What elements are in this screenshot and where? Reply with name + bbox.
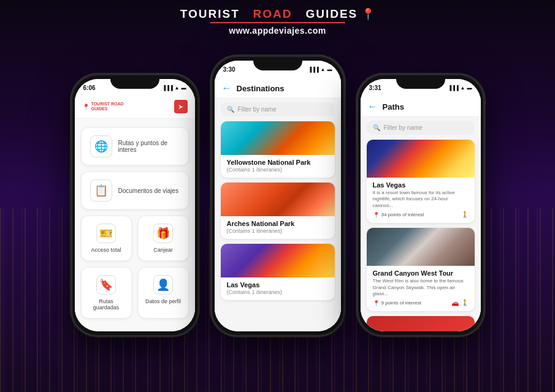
paths-title: Paths <box>383 102 404 111</box>
status-icons-left: ▐▐▐ ▲ ▬ <box>163 85 186 91</box>
status-icons-right: ▐▐▐ ▲ ▬ <box>448 85 472 91</box>
acceso-icon: 🎫 <box>96 224 116 243</box>
logo-pin-icon: 📍 <box>82 104 90 110</box>
dest-img-lasvegas <box>221 244 335 277</box>
dest-card-info-yellowstone: Yellowstone National Park (Contains 1 it… <box>221 155 335 178</box>
home-row-1: 🎫 Acceso total 🎁 Canjear <box>81 216 189 261</box>
path-img-grandcanyon <box>367 228 475 266</box>
signal-icon-r: ▐▐▐ <box>448 85 459 91</box>
menu-item-perfil[interactable]: 👤 Datos de perfil <box>138 267 189 318</box>
dest-sub-yellowstone: (Contains 1 itineraries) <box>227 167 329 173</box>
destinations-list: Yellowstone National Park (Contains 1 it… <box>215 121 341 331</box>
brand-text: TOURIST ROAD GUIDES <box>180 7 358 21</box>
status-icons-center: ▐▐▐ ▲ ▬ <box>308 67 332 72</box>
destinations-header: ← Destinations <box>215 78 341 97</box>
phone-screen-right: 3:31 ▐▐▐ ▲ ▬ ← Paths 🔍 Filter by name <box>361 79 481 331</box>
home-grid: 🌐 Rutas y puntos de interes 📋 Documentos… <box>75 119 195 327</box>
path-card-partial <box>367 316 475 331</box>
path-name-lasvegas: Las Vegas <box>373 181 469 189</box>
dest-name-arches: Arches National Park <box>227 220 329 227</box>
battery-icon: ▬ <box>182 85 186 91</box>
menu-item-rutas-guardadas[interactable]: 🔖 Rutas guardadas <box>81 267 132 318</box>
status-time-right: 3:31 <box>369 85 381 91</box>
dest-search-bar[interactable]: 🔍 Filter by name <box>221 102 335 116</box>
path-info-lasvegas: Las Vegas It is a resort town famous for… <box>367 178 475 223</box>
phone-notch-center <box>253 57 302 70</box>
status-time-left: 6:06 <box>83 85 96 91</box>
phone-screen-left: 6:06 ▐▐▐ ▲ ▬ 📍 TOURIST ROAD GUIDES <box>75 79 195 331</box>
menu-item-rutas[interactable]: 🌐 Rutas y puntos de interes <box>81 127 189 165</box>
path-transport-icons-gc: 🚗 🚶 <box>451 300 469 306</box>
wifi-icon-r: ▲ <box>461 85 465 91</box>
profile-label: Datos de perfil <box>145 298 181 304</box>
phone-paths: 3:31 ▐▐▐ ▲ ▬ ← Paths 🔍 Filter by name <box>356 74 485 337</box>
tourist-label: TOURIST <box>180 7 240 20</box>
user-icon[interactable]: ➤ <box>174 100 188 113</box>
poi-pin-icon: 📍 <box>373 212 380 218</box>
login-icon: ➤ <box>178 103 183 111</box>
road-label: ROAD <box>253 7 293 20</box>
battery-icon-r: ▬ <box>467 85 472 91</box>
path-name-grandcanyon: Grand Canyon West Tour <box>373 270 469 277</box>
battery-icon-c: ▬ <box>327 67 332 72</box>
back-button-paths[interactable]: ← <box>368 101 378 112</box>
wifi-icon: ▲ <box>175 85 180 91</box>
logo-text-line2: GUIDES <box>91 107 124 111</box>
docs-icon: 📋 <box>90 179 112 202</box>
brand-title: TOURIST ROAD GUIDES 📍 <box>180 7 375 21</box>
menu-item-docs[interactable]: 📋 Documentos de viajes <box>81 172 189 209</box>
canjear-label: Canjear <box>153 247 173 253</box>
status-time-center: 3:30 <box>223 66 235 73</box>
path-info-grandcanyon: Grand Canyon West Tour The West Rim is a… <box>367 266 475 311</box>
poi-pin-icon-gc: 📍 <box>373 300 380 306</box>
globe-icon: 🌐 <box>90 135 112 157</box>
poi-count-grandcanyon: 9 points of interest <box>381 300 421 306</box>
path-meta-grandcanyon: 📍 9 points of interest 🚗 🚶 <box>373 300 469 306</box>
phone-notch-right <box>396 75 445 89</box>
dest-img-yellowstone <box>221 121 335 155</box>
dest-img-arches <box>221 183 335 216</box>
acceso-label: Acceso total <box>91 247 121 253</box>
walk-icon-gc: 🚶 <box>461 300 469 306</box>
paths-header: ← Paths <box>361 96 481 116</box>
signal-icon: ▐▐▐ <box>163 85 173 91</box>
docs-label: Documentos de viajes <box>118 187 178 194</box>
path-img-lasvegas <box>367 140 475 178</box>
back-button-dest[interactable]: ← <box>222 83 232 94</box>
rutas-label: Rutas y puntos de interes <box>118 140 180 153</box>
menu-item-canjear[interactable]: 🎁 Canjear <box>138 216 189 261</box>
path-card-lasvegas[interactable]: Las Vegas It is a resort town famous for… <box>367 140 475 223</box>
dest-card-arches[interactable]: Arches National Park (Contains 1 itinera… <box>221 183 335 239</box>
logo-text-line1: TOURIST ROAD <box>91 102 124 107</box>
home-header: 📍 TOURIST ROAD GUIDES ➤ <box>75 96 195 119</box>
destinations-title: Destinations <box>237 84 285 93</box>
car-icon: 🚗 <box>451 300 459 306</box>
phone-home: 6:06 ▐▐▐ ▲ ▬ 📍 TOURIST ROAD GUIDES <box>71 74 199 337</box>
path-desc-grandcanyon: The West Rim is also home to the famous … <box>373 278 469 297</box>
search-placeholder-paths: Filter by name <box>384 124 423 131</box>
walk-icon: 🚶 <box>461 211 469 218</box>
saved-label: Rutas guardadas <box>86 298 126 311</box>
page-header: TOURIST ROAD GUIDES 📍 www.appdeviajes.co… <box>0 0 555 36</box>
phone-notch-left <box>110 75 159 89</box>
dest-card-lasvegas[interactable]: Las Vegas (Contains 1 itineraries) <box>221 244 335 300</box>
phone-destinations: 3:30 ▐▐▐ ▲ ▬ ← Destinations 🔍 Filter by … <box>210 55 345 337</box>
dest-card-yellowstone[interactable]: Yellowstone National Park (Contains 1 it… <box>221 121 335 178</box>
poi-count-lasvegas: 34 points of interest <box>381 212 424 217</box>
path-card-grandcanyon[interactable]: Grand Canyon West Tour The West Rim is a… <box>367 228 475 311</box>
path-transport-icons: 🚶 <box>461 211 469 218</box>
home-screen: 📍 TOURIST ROAD GUIDES ➤ 🌐 <box>75 96 195 331</box>
path-poi-grandcanyon: 📍 9 points of interest <box>373 300 421 306</box>
paths-list: Las Vegas It is a resort town famous for… <box>361 140 481 331</box>
partial-card-img <box>367 316 475 331</box>
path-poi-lasvegas: 📍 34 points of interest <box>373 212 424 218</box>
wifi-icon-c: ▲ <box>321 67 326 72</box>
path-meta-lasvegas: 📍 34 points of interest 🚶 <box>373 211 469 218</box>
dest-name-yellowstone: Yellowstone National Park <box>227 159 329 166</box>
dest-card-info-arches: Arches National Park (Contains 1 itinera… <box>221 216 335 239</box>
menu-item-acceso[interactable]: 🎫 Acceso total <box>81 216 132 261</box>
guides-label: GUIDES <box>305 7 358 20</box>
paths-search-bar[interactable]: 🔍 Filter by name <box>367 121 475 135</box>
dest-sub-arches: (Contains 1 itineraries) <box>227 228 329 234</box>
search-placeholder-dest: Filter by name <box>238 106 277 113</box>
